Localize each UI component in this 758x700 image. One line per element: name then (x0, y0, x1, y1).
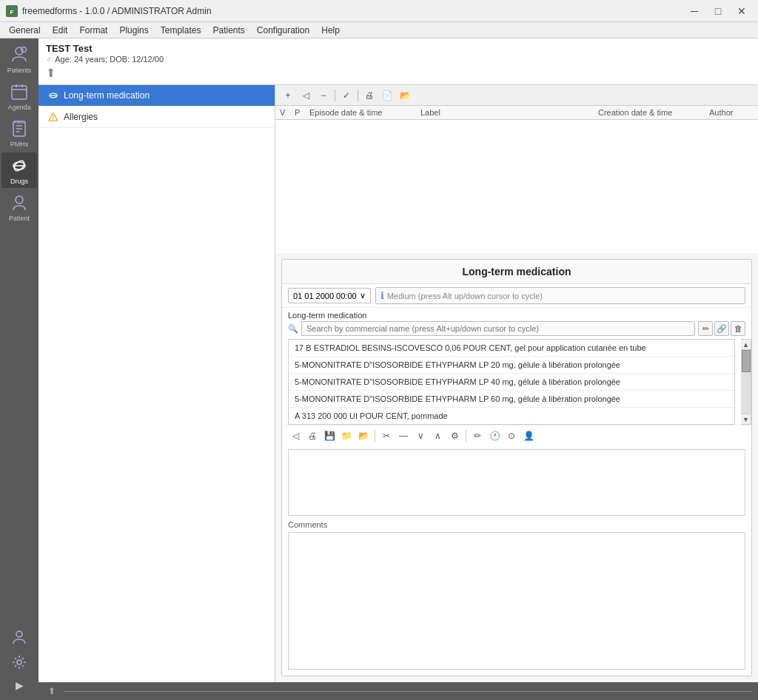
sidebar-settings-icon[interactable] (1, 651, 37, 673)
sidebar-item-drugs[interactable]: Drugs (1, 152, 37, 188)
check-button[interactable]: ✓ (338, 88, 355, 103)
patient-nav: ⬆ (46, 66, 164, 80)
comments-textarea[interactable] (289, 533, 745, 669)
col-label-header: Label (420, 108, 598, 117)
menu-templates[interactable]: Templates (155, 22, 207, 38)
drug-search-container: 🔍 ✏ 🔗 🗑 (282, 321, 751, 339)
table-header: V P Episode date & time Label Creation d… (275, 106, 758, 120)
svg-text:!: ! (53, 115, 54, 121)
svg-point-18 (17, 660, 21, 664)
maximize-button[interactable]: □ (708, 4, 728, 18)
dt-time-btn[interactable]: 🕐 (487, 428, 502, 443)
col-p-header: P (295, 108, 309, 117)
dt-back-btn[interactable]: ◁ (288, 428, 303, 443)
prev-button[interactable]: ◁ (298, 88, 314, 103)
delete-icon-btn[interactable]: 🗑 (731, 321, 745, 336)
close-button[interactable]: ✕ (731, 4, 752, 18)
patient-info: TEST Test ♂ Age: 24 years; DOB: 12/12/00… (46, 43, 164, 80)
pmhx-label: PMHx (10, 141, 29, 148)
scroll-thumb[interactable] (742, 350, 751, 372)
drug-item-1[interactable]: 5-MONONITRATE D"ISOSORBIDE ETHYPHARM LP … (289, 357, 734, 374)
svg-point-17 (16, 631, 22, 637)
menu-plugins[interactable]: Plugins (113, 22, 154, 38)
dt-sep-2 (466, 430, 466, 442)
patients-label: Patients (7, 67, 32, 74)
menu-general[interactable]: General (3, 22, 47, 38)
notes-textarea[interactable] (289, 450, 745, 515)
menu-edit[interactable]: Edit (47, 22, 74, 38)
dt-gear-btn[interactable]: ⚙ (447, 428, 462, 443)
menu-patients[interactable]: Patients (207, 22, 250, 38)
toolbar-sep-2 (358, 90, 358, 101)
nav-item-long-term-medication[interactable]: Long-term medication (38, 85, 275, 107)
sidebar-nav-icon[interactable]: ▶ (1, 676, 37, 694)
add-button[interactable]: + (280, 88, 296, 103)
nav-up-icon[interactable]: ⬆ (46, 66, 56, 80)
bottom-add-btn[interactable]: ⬆ (44, 685, 59, 697)
sidebar-item-patients[interactable]: Patients (1, 41, 37, 77)
search-prefix-icon: 🔍 (288, 324, 298, 334)
main-layout: Patients Agenda PMHx (0, 38, 758, 700)
svg-text:PMHx: PMHx (14, 120, 24, 124)
patient-name: TEST Test (46, 43, 164, 54)
two-panel: Long-term medication ! Allergies + (38, 85, 758, 682)
minimize-button[interactable]: ─ (684, 4, 705, 18)
drug-item-2[interactable]: 5-MONONITRATE D"ISOSORBIDE ETHYPHARM LP … (289, 374, 734, 391)
dt-minus-btn[interactable]: — (396, 428, 411, 443)
datetime-arrow-icon: ∨ (360, 291, 366, 300)
edit-icon-btn[interactable]: ✏ (698, 321, 713, 336)
dt-open-btn[interactable]: 📁 (339, 428, 354, 443)
drug-item-0[interactable]: 17 B ESTRADIOL BESINS-ISCOVESCO 0,06 POU… (289, 340, 734, 357)
sidebar-item-pmhx[interactable]: PMHx PMHx (1, 115, 37, 151)
drugs-icon (9, 155, 30, 176)
allergies-icon: ! (47, 111, 59, 123)
dt-up-btn[interactable]: ∧ (430, 428, 445, 443)
svg-text:F: F (10, 9, 14, 16)
sidebar-user-icon[interactable] (1, 626, 37, 648)
dt-down-btn[interactable]: ∨ (413, 428, 428, 443)
dt-sep-1 (375, 430, 375, 442)
bottom-bar: ⬆ (38, 682, 758, 700)
col-creation-header: Creation date & time (598, 108, 709, 117)
drug-item-4[interactable]: A 313 200 000 UI POUR CENT, pommade (289, 408, 734, 424)
import-button[interactable]: 📂 (397, 88, 413, 103)
sidebar-item-agenda[interactable]: Agenda (1, 78, 37, 114)
bottom-divider (64, 691, 752, 692)
dt-print-btn[interactable]: 🖨 (305, 428, 320, 443)
dt-export-btn[interactable]: 📂 (356, 428, 371, 443)
dt-user-btn[interactable]: 👤 (521, 428, 536, 443)
agenda-icon (9, 81, 30, 102)
menu-format[interactable]: Format (73, 22, 113, 38)
medium-placeholder: Medium (press Alt up/down cursor to cycl… (387, 292, 543, 300)
menu-help[interactable]: Help (315, 22, 346, 38)
sidebar-item-patient[interactable]: Patient (1, 189, 37, 225)
dt-circle-btn[interactable]: ⊙ (504, 428, 519, 443)
menu-configuration[interactable]: Configuration (251, 22, 315, 38)
app-icon: F (6, 5, 18, 17)
datetime-selector[interactable]: 01 01 2000 00:00 ∨ (288, 288, 371, 303)
patients-icon (9, 44, 30, 65)
medium-selector[interactable]: ℹ Medium (press Alt up/down cursor to cy… (375, 287, 745, 304)
allergies-label: Allergies (64, 112, 98, 122)
print-button[interactable]: 🖨 (361, 88, 378, 103)
drug-list[interactable]: 17 B ESTRADIOL BESINS-ISCOVESCO 0,06 POU… (288, 339, 735, 425)
drug-item-3[interactable]: 5-MONONITRATE D"ISOSORBIDE ETHYPHARM LP … (289, 391, 734, 408)
dt-edit-btn[interactable]: ✏ (470, 428, 485, 443)
dt-save-btn[interactable]: 💾 (322, 428, 337, 443)
link-icon-btn[interactable]: 🔗 (714, 321, 729, 336)
app-title: freemedforms - 1.0.0 / ADMINISTRATOR Adm… (22, 6, 212, 16)
scroll-down-btn[interactable]: ▼ (741, 414, 751, 424)
drugs-label: Drugs (10, 178, 28, 185)
col-v-header: V (280, 108, 295, 117)
export-button[interactable]: 📄 (379, 88, 395, 103)
minus-button[interactable]: − (315, 88, 332, 103)
comments-area[interactable] (288, 532, 745, 670)
patient-label: Patient (9, 215, 30, 222)
dt-cut-btn[interactable]: ✂ (379, 428, 394, 443)
toolbar-sep-1 (335, 90, 335, 101)
sidebar: Patients Agenda PMHx (0, 38, 38, 700)
nav-item-allergies[interactable]: ! Allergies (38, 107, 275, 128)
drug-list-scrollbar[interactable]: ▲ ▼ (741, 339, 751, 425)
drug-search-input[interactable] (301, 321, 695, 336)
scroll-up-btn[interactable]: ▲ (741, 340, 751, 350)
